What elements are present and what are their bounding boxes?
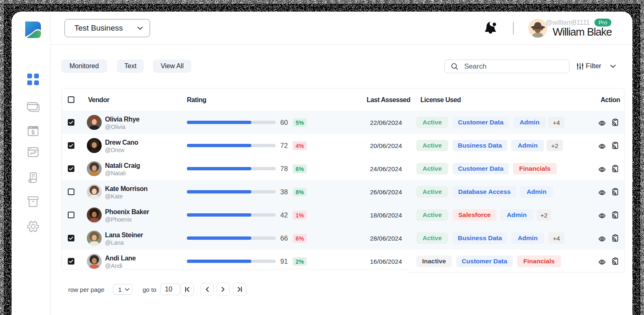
svg-text:$: $ xyxy=(31,129,35,136)
